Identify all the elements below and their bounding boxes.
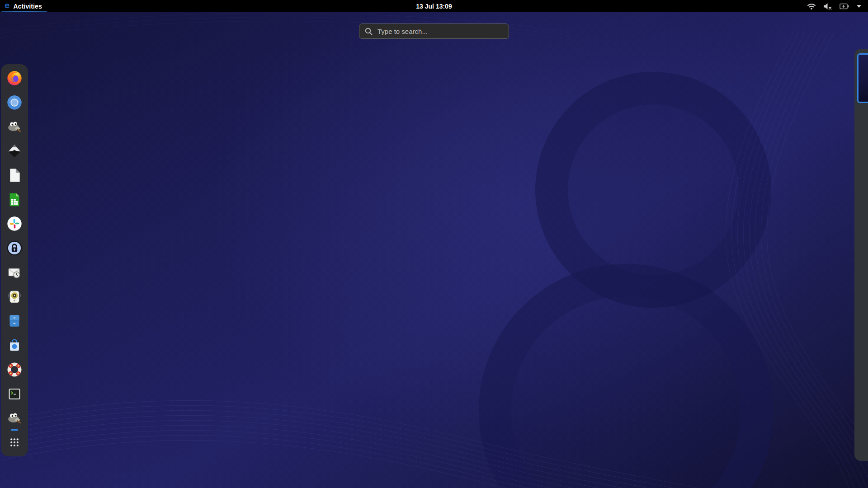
dock-item-files[interactable] <box>1 310 28 332</box>
gimp-icon <box>6 118 23 135</box>
chromium-icon <box>6 94 23 111</box>
evolution-icon <box>6 264 23 281</box>
dock-item-slack[interactable] <box>1 212 28 235</box>
dock-item-gimp-running[interactable] <box>1 407 28 429</box>
search-icon <box>365 28 373 35</box>
terminal-icon <box>6 385 23 403</box>
inkscape-icon <box>6 142 23 160</box>
system-status-area[interactable] <box>801 0 868 12</box>
slack-icon <box>6 215 23 232</box>
help-icon <box>6 361 23 378</box>
wallpaper-art <box>0 0 868 488</box>
chevron-down-icon <box>856 5 862 8</box>
libreoffice-icon <box>6 167 23 184</box>
dock-item-evolution[interactable] <box>1 261 28 284</box>
activities-button[interactable]: e Activities <box>0 0 48 12</box>
dock-item-help[interactable] <box>1 358 28 381</box>
files-icon <box>6 312 23 329</box>
desktop-wallpaper <box>0 0 868 488</box>
keepassxc-icon <box>6 239 23 257</box>
dock-item-chromium[interactable] <box>1 91 28 114</box>
workspace-thumbnail-active[interactable] <box>857 53 868 103</box>
running-indicator <box>11 429 18 431</box>
rhythmbox-icon <box>6 288 23 305</box>
dock-item-software[interactable] <box>1 334 28 357</box>
dock-item-rhythmbox[interactable] <box>1 286 28 308</box>
volume-muted-icon <box>823 3 833 10</box>
dock-item-libreoffice-calc[interactable] <box>1 188 28 211</box>
clock[interactable]: 13 Jul 13:09 <box>416 0 452 12</box>
dock-item-libreoffice[interactable] <box>1 164 28 187</box>
software-icon <box>6 337 23 354</box>
figure-eight-shape <box>495 88 757 488</box>
gimp-icon <box>6 409 23 427</box>
distro-logo-icon: e <box>5 2 10 9</box>
dock-item-keepassxc[interactable] <box>1 237 28 259</box>
dock-item-firefox[interactable] <box>1 67 28 89</box>
show-apps-icon <box>7 435 22 450</box>
wifi-icon <box>807 3 816 10</box>
search-input[interactable] <box>377 27 503 36</box>
dock-item-gimp[interactable] <box>1 115 28 138</box>
dock-item-terminal[interactable] <box>1 383 28 405</box>
top-bar: e Activities 13 Jul 13:09 <box>0 0 868 12</box>
search-bar[interactable] <box>359 23 509 39</box>
firefox-icon <box>6 70 23 87</box>
libreoffice-calc-icon <box>6 191 23 208</box>
dock-item-inkscape[interactable] <box>1 140 28 162</box>
activities-label: Activities <box>14 3 42 10</box>
show-apps-button[interactable] <box>1 431 28 454</box>
battery-charging-icon <box>840 3 849 9</box>
workspace-switcher <box>854 49 868 461</box>
dock <box>1 64 28 456</box>
